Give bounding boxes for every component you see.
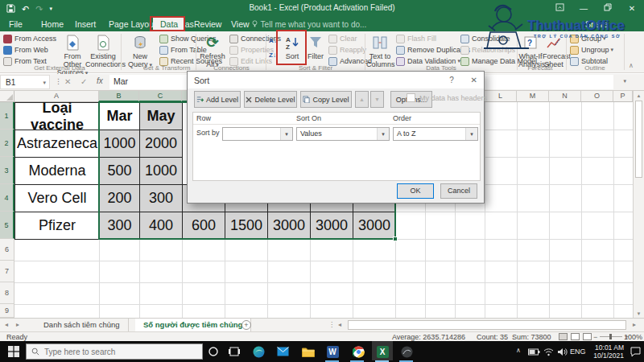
cell-B1-active[interactable]: Mar	[99, 102, 140, 130]
sort-ascending-button[interactable]: A↓	[269, 35, 277, 46]
tab-home[interactable]: Home	[34, 18, 71, 31]
taskbar-search-box[interactable]	[26, 343, 203, 360]
dialog-help-icon[interactable]: ?	[442, 76, 461, 84]
cell-E5[interactable]: 1500	[225, 212, 268, 240]
hidden-icons-chevron[interactable]: ∧	[516, 347, 521, 354]
dropdown-arrow-icon[interactable]: ▾	[465, 128, 477, 140]
word-icon[interactable]: W	[325, 344, 340, 359]
tab-data[interactable]: Data	[153, 18, 185, 31]
zoom-level[interactable]: 100%	[624, 333, 642, 341]
page-layout-view-icon[interactable]	[571, 333, 580, 340]
cell-C2[interactable]: 2000	[139, 130, 183, 158]
mail-icon[interactable]	[275, 344, 290, 359]
sort-on-dropdown[interactable]: Values▾	[296, 127, 390, 141]
cell-D5[interactable]: 600	[182, 212, 225, 240]
cell-A3[interactable]: Moderna	[14, 157, 100, 185]
name-box-dropdown-icon[interactable]: ▾	[43, 76, 46, 89]
column-header-M[interactable]: M	[517, 91, 549, 102]
column-header-N[interactable]: N	[549, 91, 581, 102]
tab-review[interactable]: Review	[187, 18, 229, 31]
cortana-icon[interactable]	[206, 344, 221, 359]
wifi-icon[interactable]	[541, 344, 555, 359]
cell-A4[interactable]: Vero Cell	[14, 184, 100, 212]
cell-B5[interactable]: 300	[99, 212, 140, 240]
edge-icon[interactable]	[251, 344, 266, 359]
horizontal-scroll-thumb[interactable]	[348, 320, 626, 330]
restore-button[interactable]	[596, 0, 620, 18]
row-header-2[interactable]: 2	[0, 130, 14, 157]
add-level-button[interactable]: Add Level	[194, 91, 241, 108]
consolidate-button[interactable]: Consolidate	[460, 33, 510, 44]
row-header-7[interactable]: 7	[0, 261, 14, 282]
select-all-corner[interactable]	[0, 91, 14, 102]
tab-insert[interactable]: Insert	[68, 18, 103, 31]
expand-formula-bar-icon[interactable]: ▾	[623, 78, 626, 84]
chrome-icon[interactable]	[351, 344, 365, 359]
column-header-O[interactable]: O	[581, 91, 613, 102]
name-box[interactable]: B1▾	[0, 75, 50, 89]
zoom-out-icon[interactable]: −	[593, 333, 597, 341]
ribbon-display-options-icon[interactable]	[547, 0, 572, 18]
close-button[interactable]: ✕	[620, 0, 644, 18]
from-access-button[interactable]: From Access	[3, 33, 56, 44]
dialog-close-icon[interactable]: ✕	[461, 76, 477, 84]
cell-B2[interactable]: 1000	[99, 130, 140, 158]
hscroll-left-icon[interactable]: ◂	[338, 321, 341, 328]
excel-icon[interactable]: X	[375, 344, 390, 359]
column-header-C[interactable]: C	[139, 91, 182, 102]
hscroll-dots-icon[interactable]: ⋮	[328, 321, 335, 328]
battery-icon[interactable]	[526, 344, 541, 359]
cell-C5[interactable]: 400	[139, 212, 183, 240]
row-header-9[interactable]: 9	[0, 304, 14, 318]
ungroup-button[interactable]: Ungroup▾	[570, 44, 613, 56]
cell-G5[interactable]: 3000	[310, 212, 353, 240]
volume-icon[interactable]	[555, 344, 570, 359]
action-center-icon[interactable]	[628, 344, 642, 359]
cell-B4[interactable]: 200	[99, 184, 140, 212]
sheet-tab-so-nguoi[interactable]: Số người được tiêm chủng	[135, 319, 251, 332]
normal-view-icon[interactable]	[559, 333, 568, 340]
from-web-button[interactable]: From Web	[3, 44, 48, 56]
minimize-button[interactable]: —	[572, 0, 596, 18]
sheet-nav-left-icon[interactable]: ◂	[5, 321, 8, 328]
enter-entry-icon[interactable]: ✓	[80, 77, 87, 86]
insert-function-icon[interactable]: fx	[97, 76, 103, 85]
dropdown-arrow-icon[interactable]: ▾	[377, 128, 389, 140]
sheet-tab-danh-sach[interactable]: Danh sách tiêm chủng	[35, 319, 129, 332]
remove-duplicates-button[interactable]: Remove Duplicates	[396, 44, 470, 56]
cell-A2[interactable]: Astrazeneca	[14, 130, 100, 158]
cancel-button[interactable]: Cancel	[440, 183, 477, 199]
vertical-scrollbar[interactable]: ▲ ▼	[633, 91, 644, 318]
row-header-4[interactable]: 4	[0, 184, 14, 212]
start-button[interactable]	[6, 344, 21, 359]
ok-button[interactable]: OK	[397, 183, 434, 199]
tab-file[interactable]: File	[2, 18, 30, 31]
share-button[interactable]: Share	[578, 18, 615, 31]
cell-A1[interactable]: Loại vaccine	[14, 102, 100, 130]
column-header-B[interactable]: B	[99, 91, 139, 102]
scroll-up-icon[interactable]: ▲	[634, 91, 644, 98]
row-header-5[interactable]: 5	[0, 212, 14, 239]
sheet-nav-right-icon[interactable]: ▸	[16, 321, 19, 328]
file-explorer-icon[interactable]	[301, 344, 316, 359]
copy-level-button[interactable]: Copy Level	[300, 91, 352, 108]
cell-B3[interactable]: 500	[99, 157, 140, 185]
row-header-3[interactable]: 3	[0, 157, 14, 184]
language-indicator[interactable]: ENG	[570, 348, 586, 356]
sort-descending-button[interactable]: Z↓	[269, 49, 276, 60]
scroll-down-icon[interactable]: ▼	[634, 311, 644, 316]
row-header-8[interactable]: 8	[0, 282, 14, 304]
search-input[interactable]	[44, 348, 189, 356]
order-dropdown[interactable]: A to Z▾	[393, 127, 478, 141]
new-sheet-button[interactable]: +	[242, 320, 251, 330]
dropdown-arrow-icon[interactable]: ▾	[280, 128, 292, 140]
hscroll-right-icon[interactable]: ▸	[633, 321, 636, 328]
delete-level-button[interactable]: Delete Level	[244, 91, 297, 108]
cell-A5[interactable]: Pfizer	[14, 212, 100, 240]
cell-C3[interactable]: 1000	[139, 157, 183, 185]
page-break-view-icon[interactable]	[583, 333, 592, 340]
tell-me-box[interactable]: Tell me what you want to do...	[251, 18, 366, 31]
clock[interactable]: 10:01 AM 10/1/2021	[588, 343, 624, 360]
task-view-icon[interactable]	[227, 344, 242, 359]
cancel-entry-icon[interactable]: ✕	[64, 77, 71, 86]
